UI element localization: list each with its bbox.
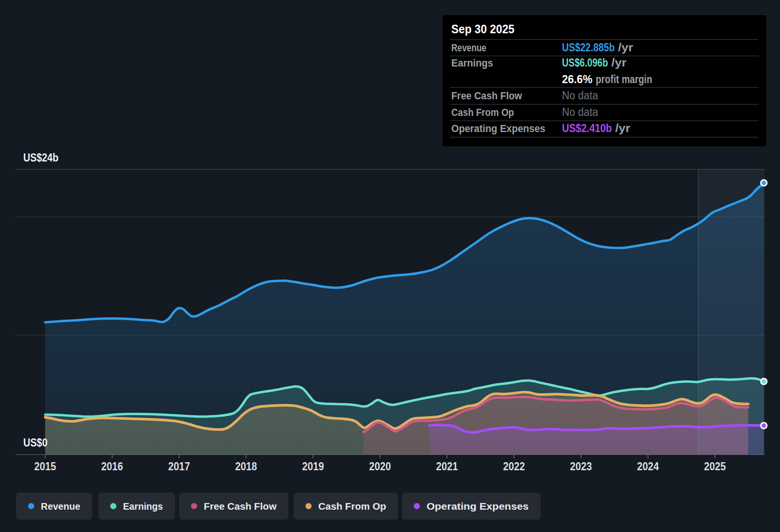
svg-text:2016: 2016 bbox=[101, 460, 123, 473]
svg-text:26.6%: 26.6% bbox=[562, 73, 592, 86]
svg-text:profit margin: profit margin bbox=[596, 73, 652, 86]
svg-text:Sep 30 2025: Sep 30 2025 bbox=[451, 22, 514, 36]
svg-text:/yr: /yr bbox=[615, 122, 630, 134]
svg-text:Revenue: Revenue bbox=[41, 501, 80, 512]
svg-text:Earnings: Earnings bbox=[123, 501, 163, 512]
svg-text:Cash From Op: Cash From Op bbox=[318, 501, 386, 512]
svg-text:US$6.096b: US$6.096b bbox=[562, 56, 608, 69]
svg-text:2017: 2017 bbox=[168, 460, 190, 473]
svg-text:US$0: US$0 bbox=[23, 436, 48, 449]
svg-text:/yr: /yr bbox=[618, 41, 633, 54]
svg-text:Operating Expenses: Operating Expenses bbox=[427, 501, 529, 512]
svg-text:2021: 2021 bbox=[436, 460, 458, 473]
svg-text:2025: 2025 bbox=[704, 460, 726, 473]
svg-text:2023: 2023 bbox=[570, 460, 592, 473]
svg-text:/yr: /yr bbox=[611, 56, 627, 69]
svg-text:Operating Expenses: Operating Expenses bbox=[451, 123, 545, 134]
svg-text:2024: 2024 bbox=[637, 460, 659, 473]
svg-text:No data: No data bbox=[562, 89, 598, 102]
svg-text:Free Cash Flow: Free Cash Flow bbox=[451, 90, 523, 102]
svg-text:US$24b: US$24b bbox=[23, 151, 58, 164]
svg-text:US$2.410b: US$2.410b bbox=[562, 122, 612, 134]
svg-text:2018: 2018 bbox=[235, 460, 257, 473]
svg-text:2019: 2019 bbox=[302, 460, 324, 473]
svg-text:Cash From Op: Cash From Op bbox=[451, 106, 514, 118]
svg-text:Free Cash Flow: Free Cash Flow bbox=[204, 501, 277, 512]
svg-text:Revenue: Revenue bbox=[451, 42, 486, 54]
svg-text:No data: No data bbox=[562, 106, 598, 118]
svg-text:2015: 2015 bbox=[34, 460, 56, 473]
svg-text:US$22.885b: US$22.885b bbox=[562, 41, 615, 54]
svg-text:2022: 2022 bbox=[503, 460, 525, 473]
svg-text:2020: 2020 bbox=[369, 460, 391, 473]
svg-text:Earnings: Earnings bbox=[451, 57, 493, 69]
